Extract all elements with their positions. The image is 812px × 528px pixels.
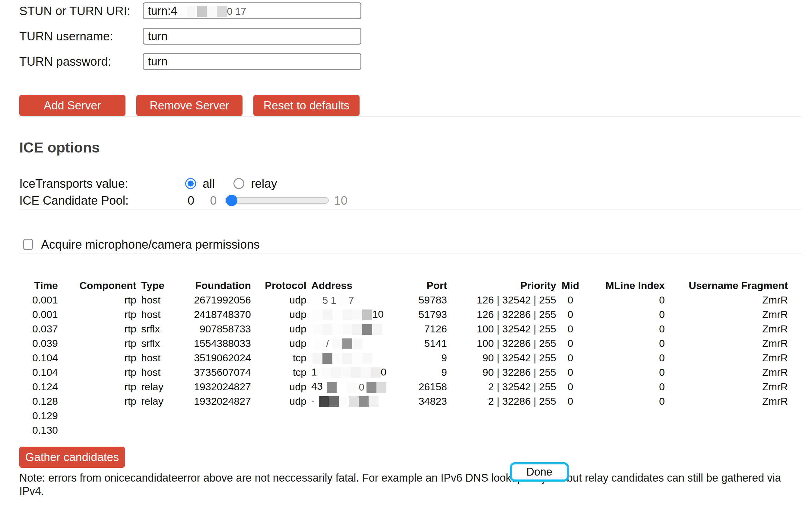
cell-mid: 0 — [559, 307, 582, 321]
redaction-block — [362, 353, 372, 364]
divider — [19, 116, 801, 117]
server-form: STUN or TURN URI: turn:40 17 TURN userna… — [19, 0, 812, 70]
cell-mline — [582, 408, 667, 423]
cell-type — [139, 423, 181, 437]
candidate-row: 0.128rtprelay1932024827udp· 348232 | 322… — [19, 394, 790, 408]
cell-component: rtp — [60, 365, 139, 379]
cell-protocol: udp — [253, 292, 309, 307]
slider-min-label: 0 — [210, 194, 217, 207]
cell-component: rtp — [60, 394, 139, 408]
redaction-block — [349, 396, 359, 407]
cell-time: 0.001 — [19, 292, 60, 307]
ice-options-section: IceTransports value: all relay ICE Candi… — [0, 175, 812, 209]
cell-foundation: 3519062024 — [181, 350, 253, 365]
radio-relay[interactable] — [233, 178, 244, 189]
form-row-username: TURN username: turn — [19, 28, 812, 45]
candidates-header-row: Time Component Type Foundation Protocol … — [19, 278, 790, 292]
candidate-address-redacted — [309, 321, 398, 336]
redaction-block — [366, 382, 376, 393]
cell-priority — [449, 408, 559, 423]
candidate-row: 0.037rtpsrflx907858733udp7126100 | 32542… — [19, 321, 790, 336]
cell-time: 0.037 — [19, 321, 60, 336]
cell-protocol — [253, 408, 309, 423]
ice-candidate-pool-slider[interactable] — [225, 197, 329, 204]
cell-protocol: udp — [253, 307, 309, 321]
cell-mline: 0 — [582, 321, 667, 336]
redaction-block — [337, 382, 347, 393]
gather-candidates-button[interactable]: Gather candidates — [19, 447, 125, 468]
redaction-block — [342, 310, 352, 320]
reset-to-defaults-button[interactable]: Reset to defaults — [253, 95, 360, 116]
cell-port: 9 — [398, 350, 449, 365]
cell-foundation: 3735607074 — [181, 365, 253, 379]
cell-type: host — [139, 365, 181, 379]
cell-foundation: 2418748370 — [181, 307, 253, 321]
cell-type: host — [139, 307, 181, 321]
cell-foundation: 907858733 — [181, 321, 253, 336]
add-server-button[interactable]: Add Server — [19, 95, 126, 116]
cell-ufrag: ZmrR — [667, 307, 790, 321]
ice-options-heading: ICE options — [19, 139, 812, 156]
cell-ufrag: ZmrR — [667, 350, 790, 365]
cell-priority: 126 | 32542 | 255 — [449, 292, 559, 307]
cell-type: host — [139, 350, 181, 365]
remove-server-button[interactable]: Remove Server — [136, 95, 243, 116]
col-header-component: Component — [60, 278, 139, 292]
cell-component: rtp — [60, 379, 139, 394]
col-header-address: Address — [309, 278, 398, 292]
redaction-block — [339, 396, 349, 407]
cell-mid: 0 — [559, 336, 582, 350]
cell-protocol: tcp — [253, 365, 309, 379]
candidate-address-redacted — [309, 408, 398, 423]
cell-component — [60, 423, 139, 437]
radio-all[interactable] — [185, 178, 196, 189]
cell-mid: 0 — [559, 394, 582, 408]
cell-foundation: 1554388033 — [181, 336, 253, 350]
turn-password-label: TURN password: — [19, 55, 143, 69]
cell-mline: 0 — [582, 394, 667, 408]
cell-component: rtp — [60, 307, 139, 321]
cell-mline: 0 — [582, 379, 667, 394]
candidate-address-redacted: 43 0 — [309, 379, 398, 394]
stun-turn-uri-input[interactable]: turn:40 17 — [143, 2, 361, 19]
redaction-block — [342, 338, 352, 349]
cell-protocol — [253, 423, 309, 437]
cell-mid — [559, 408, 582, 423]
cell-foundation: 1932024827 — [181, 379, 253, 394]
cell-ufrag — [667, 408, 790, 423]
redacted-text-fragment: / — [322, 338, 332, 350]
cell-time: 0.104 — [19, 350, 60, 365]
cell-ufrag: ZmrR — [667, 336, 790, 350]
cell-priority: 126 | 32286 | 255 — [449, 307, 559, 321]
cell-ufrag: ZmrR — [667, 365, 790, 379]
permissions-checkbox-label[interactable]: Acquire microphone/camera permissions — [41, 238, 260, 251]
permissions-checkbox[interactable] — [23, 239, 33, 250]
cell-ufrag: ZmrR — [667, 321, 790, 336]
radio-relay-label[interactable]: relay — [251, 177, 277, 191]
cell-port: 59783 — [398, 292, 449, 307]
slider-thumb[interactable] — [226, 195, 237, 206]
divider — [19, 209, 801, 209]
cell-ufrag: ZmrR — [667, 394, 790, 408]
cell-component: rtp — [60, 321, 139, 336]
col-header-time: Time — [19, 278, 60, 292]
trickle-ice-page: { "colors": { "button_red": "#d84a38", "… — [0, 0, 812, 528]
redaction-block — [313, 295, 322, 306]
turn-username-input[interactable]: turn — [143, 28, 361, 45]
cell-time: 0.039 — [19, 336, 60, 350]
candidate-address-redacted: / — [309, 336, 398, 350]
candidate-row: 0.104rtphost3519062024tcp990 | 32542 | 2… — [19, 350, 790, 365]
turn-password-input[interactable]: turn — [143, 53, 361, 70]
redaction-block — [342, 353, 352, 364]
divider — [19, 253, 801, 254]
cell-protocol: udp — [253, 336, 309, 350]
cell-type: host — [139, 292, 181, 307]
cell-port: 34823 — [398, 394, 449, 408]
cell-port — [398, 423, 449, 437]
candidate-row: 0.130 — [19, 423, 790, 437]
redaction-block — [319, 396, 329, 407]
candidate-address-redacted: 10 — [309, 307, 398, 321]
radio-all-label[interactable]: all — [203, 177, 215, 191]
cell-priority — [449, 423, 559, 437]
pool-current-value: 0 — [188, 194, 194, 207]
